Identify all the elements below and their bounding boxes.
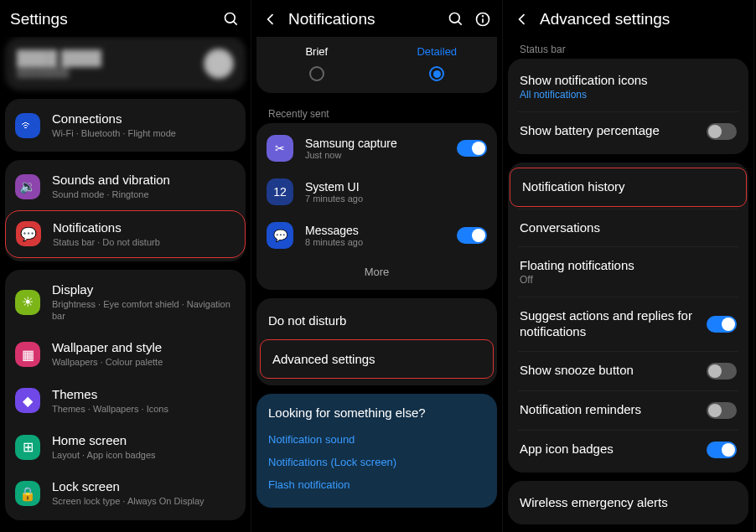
themes-icon: ◆ (15, 388, 40, 413)
avatar (204, 49, 234, 79)
recent-app[interactable]: 12 System UI 7 minutes ago (256, 170, 497, 214)
settings-item-lock[interactable]: 🔒 Lock screen Screen lock type · Always … (5, 470, 246, 516)
recent-app[interactable]: 💬 Messages 8 minutes ago (256, 214, 497, 257)
style-brief[interactable]: Brief (256, 45, 377, 81)
link-notifications-lock[interactable]: Notifications (Lock screen) (268, 451, 485, 473)
settings-item-display[interactable]: ☀ Display Brightness · Eye comfort shiel… (5, 273, 246, 332)
notifications-icon: 💬 (16, 221, 41, 246)
settings-item-notifications[interactable]: 💬 Notifications Status bar · Do not dist… (5, 210, 246, 258)
search-icon[interactable] (447, 10, 465, 28)
profile-sub: ████████ (17, 67, 204, 77)
style-detailed[interactable]: Detailed (377, 45, 498, 81)
settings-item-connections[interactable]: ᯤ Connections Wi-Fi · Bluetooth · Flight… (5, 102, 246, 148)
toggle[interactable] (457, 140, 487, 157)
header: Settings (0, 0, 251, 37)
sound-icon: 🔉 (15, 174, 40, 199)
link-notification-sound[interactable]: Notification sound (268, 428, 485, 451)
home-icon: ⊞ (15, 435, 40, 460)
settings-item-themes[interactable]: ◆ Themes Themes · Wallpapers · Icons (5, 378, 246, 424)
svg-line-1 (234, 22, 237, 25)
item-show-notification-icons[interactable]: Show notification icons All notification… (508, 62, 748, 111)
item-emergency-alerts[interactable]: Wireless emergency alerts (508, 484, 748, 522)
advanced-settings-screen: Advanced settings Status bar Show notifi… (503, 0, 754, 532)
wifi-icon: ᯤ (15, 113, 40, 138)
item-advanced-settings[interactable]: Advanced settings (260, 339, 494, 379)
section-label: Status bar (508, 37, 748, 59)
item-do-not-disturb[interactable]: Do not disturb (256, 302, 497, 339)
looking-for-card: Looking for something else? Notification… (256, 394, 497, 508)
svg-point-2 (450, 13, 460, 23)
notification-style-picker: Brief Detailed (256, 37, 497, 93)
app-icon: 💬 (267, 222, 293, 249)
search-icon[interactable] (222, 10, 241, 28)
item-floating-notifications[interactable]: Floating notifications Off (508, 247, 748, 297)
radio-icon (309, 66, 324, 81)
item-snooze-button[interactable]: Show snooze button (508, 352, 748, 390)
item-app-icon-badges[interactable]: App icon badges (508, 431, 748, 469)
toggle[interactable] (707, 123, 737, 140)
section-label: Recently sent (256, 101, 497, 123)
item-suggest-actions[interactable]: Suggest actions and replies for notifica… (508, 297, 748, 351)
profile-card[interactable]: ████ ████ ████████ (5, 37, 246, 90)
profile-name: ████ ████ (17, 50, 204, 67)
page-title: Advanced settings (540, 10, 743, 28)
toggle[interactable] (707, 363, 737, 380)
item-battery-percentage[interactable]: Show battery percentage (508, 112, 748, 151)
svg-line-3 (458, 22, 462, 25)
recent-app[interactable]: ✂ Samsung capture Just now (256, 127, 497, 170)
wallpaper-icon: ▦ (15, 342, 40, 367)
more-button[interactable]: More (256, 257, 497, 287)
svg-point-6 (483, 16, 484, 17)
app-icon: 12 (267, 178, 293, 205)
item-notification-reminders[interactable]: Notification reminders (508, 391, 748, 430)
back-icon[interactable] (261, 10, 280, 28)
svg-point-0 (225, 13, 236, 23)
item-conversations[interactable]: Conversations (508, 209, 748, 247)
settings-item-wallpaper[interactable]: ▦ Wallpaper and style Wallpapers · Colou… (5, 331, 246, 377)
settings-item-home[interactable]: ⊞ Home screen Layout · App icon badges (5, 424, 246, 470)
back-icon[interactable] (513, 10, 531, 28)
looking-for-title: Looking for something else? (268, 405, 485, 420)
toggle[interactable] (707, 442, 737, 458)
info-icon[interactable] (474, 10, 492, 28)
page-title: Notifications (288, 10, 438, 28)
link-flash-notification[interactable]: Flash notification (268, 473, 485, 496)
notifications-screen: Notifications Brief Detailed Recently se… (251, 0, 503, 532)
settings-item-sounds[interactable]: 🔉 Sounds and vibration Sound mode · Ring… (5, 163, 246, 209)
item-notification-history[interactable]: Notification history (510, 168, 747, 207)
toggle[interactable] (707, 316, 737, 333)
app-icon: ✂ (267, 135, 293, 162)
radio-icon (429, 66, 444, 81)
display-icon: ☀ (15, 290, 40, 315)
toggle[interactable] (457, 227, 487, 244)
lock-icon: 🔒 (15, 481, 40, 506)
toggle[interactable] (707, 402, 737, 419)
page-title: Settings (10, 10, 214, 28)
settings-screen: Settings ████ ████ ████████ ᯤ Connection… (0, 0, 251, 532)
